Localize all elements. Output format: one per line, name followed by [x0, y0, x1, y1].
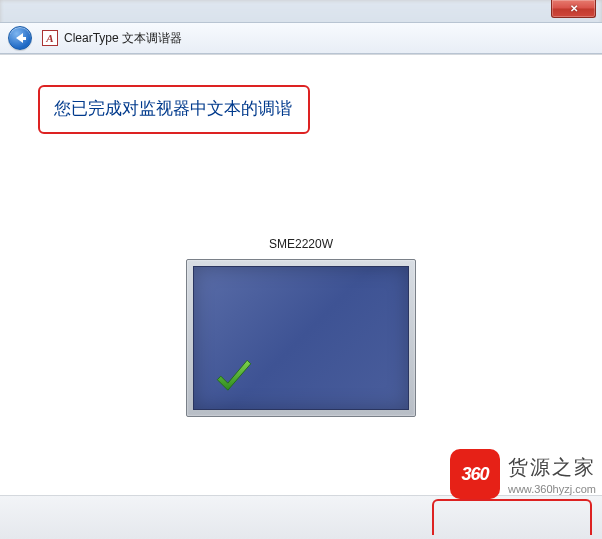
watermark-brand: 货源之家 [508, 454, 596, 481]
monitor-bezel [186, 259, 416, 417]
heading-annotation: 您已完成对监视器中文本的调谐 [38, 85, 310, 134]
monitor-name-label: SME2220W [14, 237, 588, 251]
watermark-text: 货源之家 www.360hyzj.com [508, 454, 596, 495]
title-bar: ✕ [551, 0, 602, 20]
completion-heading: 您已完成对监视器中文本的调谐 [54, 97, 292, 120]
nav-bar: A ClearType 文本调谐器 [0, 22, 602, 54]
checkmark-icon [212, 355, 256, 399]
monitor-preview [186, 259, 416, 417]
bottom-bar [0, 495, 602, 539]
watermark-url: www.360hyzj.com [508, 483, 596, 495]
watermark-badge: 360 [450, 449, 500, 499]
window-title: ClearType 文本调谐器 [64, 30, 182, 47]
close-button[interactable]: ✕ [551, 0, 596, 18]
close-icon: ✕ [570, 3, 578, 14]
inner-content: 您已完成对监视器中文本的调谐 SME2220W [14, 67, 588, 495]
app-icon: A [42, 30, 58, 46]
watermark: 360 货源之家 www.360hyzj.com [450, 449, 596, 499]
back-button[interactable] [8, 26, 32, 50]
monitor-screen [193, 266, 409, 410]
bottom-annotation [432, 499, 592, 535]
back-arrow-icon [16, 33, 23, 43]
